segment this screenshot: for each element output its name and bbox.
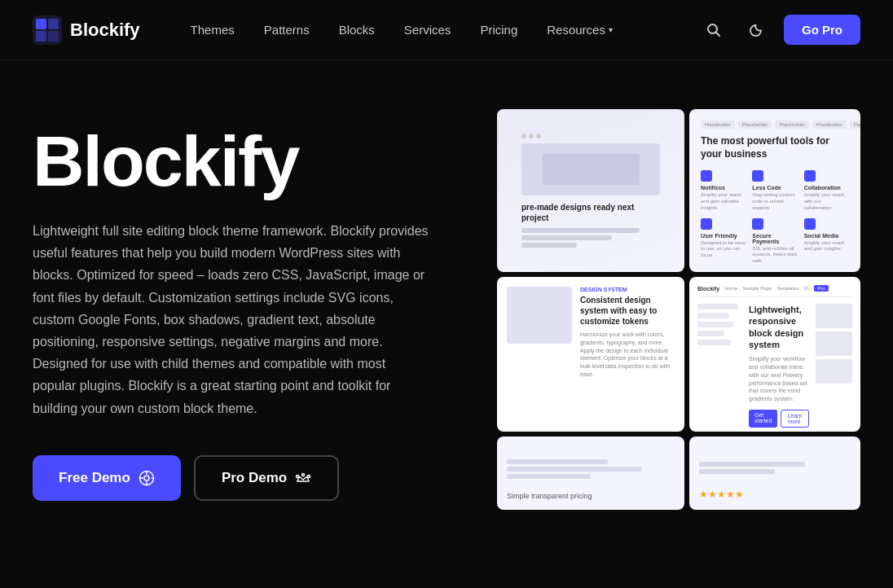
nav-link-patterns[interactable]: Patterns [253, 18, 321, 42]
panel-powerful-title: The most powerful tools for your busines… [701, 135, 849, 160]
feature-socialmedia: Social Media Amplify your reach and gain… [804, 218, 849, 265]
feature-userfriendly: User Friendly Designed to be easy to use… [701, 218, 746, 265]
panel-responsive-title: Lightweight, responsive block design sys… [749, 304, 809, 350]
panel-stars: ★★★★★ [699, 489, 851, 500]
svg-rect-1 [36, 19, 46, 29]
panel-pricing-title: Simple transparent pricing [507, 492, 675, 500]
screenshot-panel-design-system: Design System Consistent design system w… [497, 277, 684, 432]
search-icon [706, 23, 721, 37]
dark-mode-button[interactable] [741, 15, 771, 45]
nav-link-services[interactable]: Services [393, 18, 463, 42]
free-demo-button[interactable]: Free Demo [33, 455, 181, 501]
hero-section: Blockify Lightweight full site editing b… [0, 60, 893, 588]
moon-icon [749, 23, 763, 37]
panel-premade-title: pre-made designs ready next project [521, 202, 660, 223]
nav-link-themes[interactable]: Themes [179, 18, 246, 42]
hero-screenshots: pre-made designs ready next project Plac… [497, 109, 860, 508]
feature-lesscode: Less Code Stop writing custom code to un… [752, 170, 797, 211]
hero-title: Blockify [33, 125, 464, 197]
pro-demo-button[interactable]: Pro Demo [194, 455, 339, 501]
feature-notificus: Notificus Amplify your reach and gain va… [701, 170, 746, 211]
go-pro-button[interactable]: Go Pro [784, 15, 860, 45]
wordpress-icon [139, 470, 155, 486]
feature-payments: Secure Payments SSL and notifies all sys… [752, 218, 797, 265]
nav-link-resources[interactable]: Resources ▾ [535, 18, 624, 42]
panel-ds-badge: Design System [580, 287, 675, 292]
panel-ds-desc: Harmonize your work with colors, gradien… [580, 331, 675, 379]
feature-collaboration: Collaboration Amplify your reach with ou… [804, 170, 849, 211]
svg-point-8 [144, 476, 149, 480]
screenshot-panel-pricing: Simple transparent pricing [497, 437, 684, 510]
logo-link[interactable]: Blockify [33, 15, 140, 45]
crown-icon [295, 470, 311, 486]
screenshot-panel-mockup: Blockify Home Sample Page Templates 21 P… [689, 277, 860, 432]
search-button[interactable] [699, 15, 728, 45]
resources-chevron-icon: ▾ [609, 25, 613, 34]
svg-rect-4 [48, 31, 59, 42]
screenshot-panel-powerful: Placeholder Placeholder Placeholder Plac… [689, 109, 860, 272]
panel-learn-more: Learn more [781, 410, 809, 428]
blockify-logo-icon [33, 15, 62, 45]
hero-description: Lightweight full site editing block them… [33, 220, 432, 419]
hero-content: Blockify Lightweight full site editing b… [33, 109, 464, 501]
svg-line-6 [715, 32, 719, 36]
screenshot-panel-premade: pre-made designs ready next project [497, 109, 684, 272]
nav-actions: Go Pro [699, 15, 860, 45]
hero-buttons: Free Demo Pro Demo [33, 455, 464, 501]
svg-rect-3 [36, 31, 46, 42]
logo-text: Blockify [70, 20, 140, 41]
svg-rect-2 [48, 19, 59, 29]
navbar: Blockify Themes Patterns Blocks Services… [0, 0, 893, 60]
nav-link-blocks[interactable]: Blocks [328, 18, 386, 42]
nav-links: Themes Patterns Blocks Services Pricing … [179, 18, 699, 42]
svg-point-11 [308, 475, 310, 477]
screenshot-panel-reviews: ★★★★★ [689, 437, 860, 510]
panel-responsive-desc: Simplify your workflow and collaborate i… [749, 355, 809, 403]
panel-ds-title: Consistent design system with easy to cu… [580, 295, 675, 327]
svg-point-10 [297, 475, 299, 477]
panel-get-started: Get started [749, 410, 777, 428]
nav-link-pricing[interactable]: Pricing [468, 18, 529, 42]
svg-point-9 [302, 473, 305, 476]
